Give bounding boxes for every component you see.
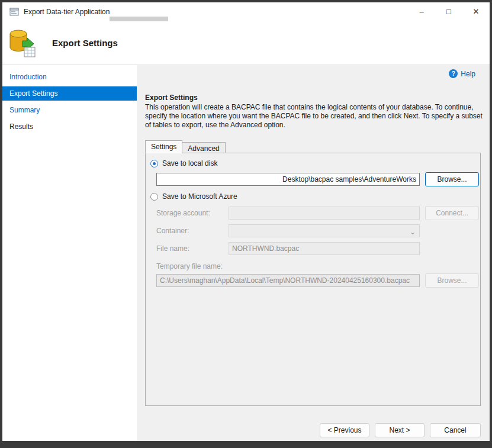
tab-strip: Settings Advanced — [145, 140, 226, 153]
sidebar-item-results[interactable]: Results — [2, 120, 137, 134]
container-label: Container: — [156, 227, 189, 235]
chevron-down-icon: ⌄ — [410, 226, 416, 237]
settings-tab-panel: Save to local disk Desktop\bacpac sample… — [145, 153, 481, 406]
tab-advanced[interactable]: Advanced — [182, 142, 225, 153]
local-path-input[interactable]: Desktop\bacpac samples\AdventureWorks — [156, 173, 420, 186]
page-title: Export Settings — [52, 38, 118, 48]
wizard-header: Export Settings — [2, 21, 490, 65]
previous-button[interactable]: < Previous — [320, 423, 369, 437]
next-button[interactable]: Next > — [375, 423, 425, 437]
help-icon: ? — [449, 69, 458, 78]
tab-settings[interactable]: Settings — [145, 140, 182, 153]
container-select: ⌄ — [229, 224, 420, 237]
sidebar-item-introduction[interactable]: Introduction — [2, 70, 137, 84]
temp-file-name-input: C:\Users\maghan\AppData\Local\Temp\NORTH… — [156, 274, 420, 287]
file-name-input: NORTHWND.bacpac — [229, 242, 420, 255]
browse-temp-button: Browse... — [425, 273, 479, 288]
content-heading: Export Settings — [145, 94, 198, 102]
maximize-button[interactable]: □ — [435, 2, 462, 20]
sidebar-item-export-settings[interactable]: Export Settings — [2, 86, 137, 101]
save-to-local-disk-radio[interactable] — [150, 160, 158, 167]
title-bar: Export Data-tier Application – □ ✕ — [2, 2, 490, 21]
save-to-local-disk-label: Save to local disk — [162, 159, 217, 167]
cancel-button[interactable]: Cancel — [430, 423, 481, 437]
file-name-label: File name: — [156, 244, 189, 253]
temp-file-name-label: Temporary file name: — [156, 262, 223, 270]
app-icon — [9, 7, 19, 17]
browse-local-button[interactable]: Browse... — [425, 172, 479, 186]
save-to-azure-radio[interactable] — [150, 193, 158, 201]
save-to-azure-label: Save to Microsoft Azure — [162, 192, 237, 201]
window-title: Export Data-tier Application — [24, 8, 110, 16]
close-button[interactable]: ✕ — [462, 2, 490, 20]
wizard-body: Introduction Export Settings Summary Res… — [2, 65, 490, 441]
storage-account-input — [229, 207, 420, 220]
help-link[interactable]: ? Help — [449, 69, 475, 78]
help-label: Help — [461, 70, 475, 78]
close-icon: ✕ — [473, 7, 480, 16]
save-to-azure-option[interactable]: Save to Microsoft Azure — [150, 192, 237, 201]
minimize-icon: – — [419, 7, 423, 16]
radio-dot — [153, 162, 156, 165]
connect-button: Connect... — [425, 206, 479, 220]
minimize-button[interactable]: – — [408, 2, 435, 20]
export-database-icon — [8, 28, 37, 60]
description-text: This operation will create a BACPAC file… — [145, 103, 488, 130]
sidebar-item-summary[interactable]: Summary — [2, 103, 137, 117]
save-to-local-disk-option[interactable]: Save to local disk — [150, 159, 217, 167]
export-data-tier-dialog: Export Data-tier Application – □ ✕ — [2, 2, 490, 441]
storage-account-label: Storage account: — [156, 209, 210, 217]
wizard-steps-sidebar: Introduction Export Settings Summary Res… — [2, 65, 137, 441]
maximize-icon: □ — [446, 7, 451, 16]
wizard-content: ? Help Export Settings This operation wi… — [137, 65, 490, 441]
